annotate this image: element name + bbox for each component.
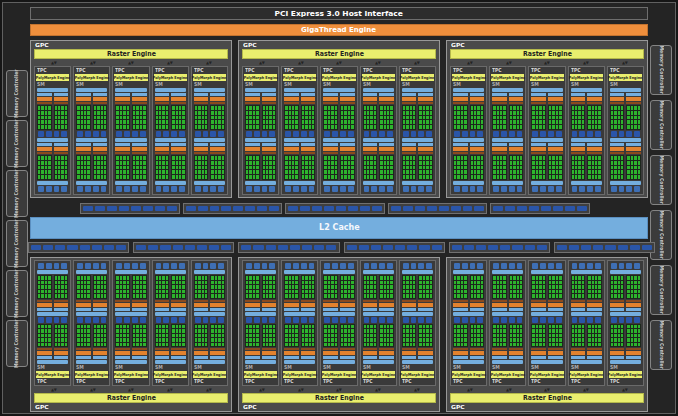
core-cell: [457, 276, 459, 280]
crossbar-segment: [605, 245, 615, 250]
tpc-block: TPCPolyMorph EngineSM: [607, 66, 644, 195]
core-cell: [477, 116, 479, 120]
core-cell: [552, 111, 554, 115]
sm-processing-block: [115, 324, 130, 360]
core-cell: [123, 338, 125, 342]
core-cell: [500, 116, 502, 120]
core-cell: [543, 290, 545, 294]
core-cell: [552, 125, 554, 129]
core-cell: [403, 329, 405, 333]
core-cell: [410, 106, 412, 110]
core-cell: [256, 343, 258, 347]
core-cell: [572, 281, 574, 285]
texture-unit-segment: [324, 263, 330, 269]
memory-controller: Memory Controller: [650, 265, 672, 315]
core-cell: [218, 170, 220, 174]
ldst-sfu-segment: [262, 317, 268, 323]
core-cell: [312, 170, 314, 174]
core-grid: [492, 324, 507, 348]
core-cell: [588, 338, 590, 342]
core-cell: [374, 166, 376, 170]
ldst-sfu-segment: [572, 317, 578, 323]
sm-processing-block: [587, 275, 602, 311]
core-cell: [97, 161, 99, 165]
texture-units-bar: [37, 186, 68, 192]
core-cell: [572, 170, 574, 174]
core-cell: [215, 166, 217, 170]
warp-scheduler-bar: [76, 97, 91, 101]
core-cell: [380, 125, 382, 129]
core-cell: [426, 276, 428, 280]
warp-scheduler-bar: [115, 97, 130, 101]
core-cell: [374, 111, 376, 115]
core-cell: [627, 175, 629, 179]
sm-processing-block: [340, 143, 355, 180]
core-cell: [406, 276, 408, 280]
core-cell: [166, 329, 168, 333]
core-cell: [246, 120, 248, 124]
core-cell: [38, 116, 40, 120]
tpc-block: TPCPolyMorph EngineSM: [450, 66, 487, 195]
core-cell: [45, 290, 47, 294]
core-cell: [104, 329, 106, 333]
core-cell: [631, 170, 633, 174]
dispatch-units-bar: [301, 152, 316, 154]
core-cell: [598, 106, 600, 110]
register-file-bar: [363, 138, 394, 142]
dispatch-units-bar: [470, 152, 485, 154]
core-cell: [195, 161, 197, 165]
warp-scheduler-bar: [194, 303, 209, 307]
core-cell: [410, 116, 412, 120]
core-cell: [384, 294, 386, 298]
core-cell: [81, 338, 83, 342]
warp-scheduler-bar: [531, 147, 546, 151]
core-cell: [500, 343, 502, 347]
instruction-buffer-bar: [453, 308, 468, 311]
up-down-arrows-icon: ▲▼: [90, 388, 95, 392]
core-cell: [390, 281, 392, 285]
core-cell: [127, 106, 129, 110]
sm-block: [531, 88, 562, 192]
core-grid: [363, 105, 378, 130]
core-cell: [305, 334, 307, 338]
core-cell: [81, 161, 83, 165]
core-cell: [549, 170, 551, 174]
ldst-sfu-segment: [509, 131, 515, 137]
core-cell: [266, 334, 268, 338]
core-cell: [634, 161, 636, 165]
core-cell: [94, 120, 96, 124]
crossbar-segment: [67, 245, 77, 250]
core-cell: [595, 111, 597, 115]
ldst-sfu-segment: [426, 131, 432, 137]
texture-unit-segment: [540, 263, 546, 269]
core-cell: [497, 325, 499, 329]
warp-scheduler-bar: [453, 351, 468, 355]
core-cell: [179, 329, 181, 333]
core-cell: [556, 170, 558, 174]
core-cell: [198, 276, 200, 280]
core-cell: [627, 290, 629, 294]
core-cell: [211, 338, 213, 342]
memory-controller-label: Memory Controller: [659, 266, 664, 315]
core-cell: [520, 161, 522, 165]
core-cell: [611, 294, 613, 298]
texture-unit-segment: [140, 186, 146, 192]
core-cell: [614, 125, 616, 129]
tpc-label-row: TPC: [451, 378, 486, 385]
core-cell: [426, 294, 428, 298]
core-cell: [195, 290, 197, 294]
core-cell: [536, 106, 538, 110]
core-cell: [390, 334, 392, 338]
core-cell: [328, 325, 330, 329]
core-cell: [249, 334, 251, 338]
ldst-sfu-segment: [611, 317, 617, 323]
core-cell: [176, 276, 178, 280]
core-cell: [123, 325, 125, 329]
core-cell: [127, 290, 129, 294]
core-cell: [292, 156, 294, 160]
core-cell: [266, 285, 268, 289]
core-cell: [61, 294, 63, 298]
register-file-bar: [76, 312, 107, 316]
core-cell: [614, 281, 616, 285]
core-cell: [493, 294, 495, 298]
